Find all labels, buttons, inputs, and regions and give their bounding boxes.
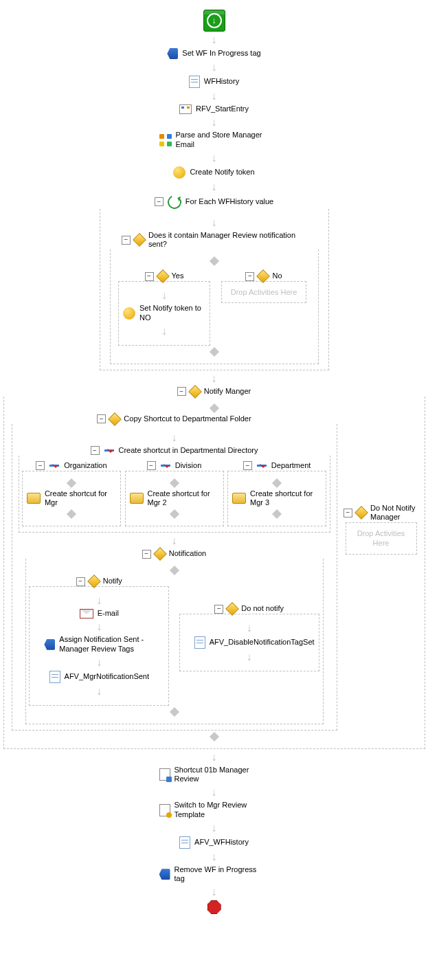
branch-label: Yes bbox=[172, 271, 184, 281]
split-icon bbox=[209, 403, 218, 412]
activity-create-shortcut-mgr[interactable]: Create shortcut for Mgr bbox=[27, 489, 116, 509]
branch-do-not-notify-manager-header[interactable]: − Do Not Notify Manager bbox=[343, 504, 418, 523]
condition-header[interactable]: − Does it contain Manager Review notific… bbox=[122, 231, 306, 250]
collapse-toggle[interactable]: − bbox=[97, 414, 106, 423]
activity-label: Create Notify token bbox=[190, 168, 254, 177]
create-shortcut-dir-header[interactable]: − Create shortcut in Departmental Direct… bbox=[91, 446, 258, 456]
notify-manager-header[interactable]: − Notify Manger bbox=[177, 387, 251, 397]
branch-division-header[interactable]: − Division bbox=[147, 461, 202, 471]
connector-arrow: ↓ bbox=[212, 91, 217, 102]
branch-do-not-notify-header[interactable]: − Do not notify bbox=[214, 604, 284, 614]
branch-yes-header[interactable]: − Yes bbox=[145, 271, 184, 281]
route-icon bbox=[160, 461, 171, 471]
collapse-toggle[interactable]: − bbox=[142, 550, 151, 559]
merge-icon bbox=[169, 706, 179, 716]
branch-no-body: Drop Activities Here bbox=[221, 281, 306, 303]
route-icon bbox=[104, 446, 115, 456]
branch-no-header[interactable]: − No bbox=[245, 271, 282, 281]
activity-set-wf-in-progress[interactable]: Set WF In Progress tag bbox=[167, 48, 260, 59]
document-icon bbox=[189, 76, 200, 88]
connector-arrow: ↓ bbox=[212, 181, 217, 192]
activity-label: AFV_MgrNotificationSent bbox=[65, 672, 150, 682]
branch-department-header[interactable]: − Department bbox=[243, 461, 311, 471]
connector-arrow: ↓ bbox=[212, 373, 217, 384]
foreach-label: For Each WFHistory value bbox=[185, 197, 273, 207]
branch-label: Department bbox=[271, 461, 311, 471]
branch-do-not-notify-body: ↓ AFV_DisableNotificationTagSet ↓ bbox=[179, 614, 319, 671]
connector-arrow: ↓ bbox=[161, 326, 167, 337]
branch-label: No bbox=[272, 271, 282, 281]
activity-afv-disable-notification-tag-set[interactable]: AFV_DisableNotificationTagSet bbox=[194, 636, 304, 649]
collapse-toggle[interactable]: − bbox=[343, 509, 352, 517]
activity-label: AFV_WFHistory bbox=[194, 838, 249, 847]
merge-icon bbox=[209, 346, 218, 356]
shortcut-icon bbox=[159, 768, 170, 781]
activity-parse-store-email[interactable]: Parse and Store Manager Email bbox=[159, 131, 269, 150]
activity-label: Remove WF in Progress tag bbox=[174, 865, 269, 884]
collapse-toggle[interactable]: − bbox=[245, 272, 254, 281]
notification-header[interactable]: − Notification bbox=[142, 549, 206, 559]
tag-icon bbox=[44, 639, 55, 650]
connector-arrow: ↓ bbox=[212, 851, 217, 862]
decision-label: Notify Manger bbox=[204, 387, 251, 397]
collapse-toggle[interactable]: − bbox=[145, 272, 154, 281]
branch-notify-body: ↓ E-mail ↓ bbox=[29, 586, 169, 706]
connector-arrow: ↓ bbox=[212, 752, 217, 763]
activity-rfv-start-entry[interactable]: RFV_StartEntry bbox=[179, 104, 249, 114]
activity-label: Copy Shortcut to Departmental Folder bbox=[124, 414, 251, 424]
foreach-header[interactable]: − For Each WFHistory value bbox=[155, 195, 273, 209]
end-node[interactable] bbox=[207, 900, 221, 914]
collapse-toggle[interactable]: − bbox=[36, 461, 45, 470]
activity-label: Parse and Store Manager Email bbox=[176, 131, 269, 150]
connector-arrow: ↓ bbox=[212, 62, 217, 73]
connector-arrow: ↓ bbox=[96, 657, 102, 668]
activity-create-shortcut-mgr-2[interactable]: Create shortcut for Mgr 2 bbox=[130, 489, 219, 509]
activity-create-notify-token[interactable]: Create Notify token bbox=[173, 166, 254, 179]
split-icon bbox=[169, 566, 179, 575]
merge-icon bbox=[209, 731, 218, 741]
branch-organization-header[interactable]: − Organization bbox=[36, 461, 106, 471]
activity-label: Assign Notification Sent - Manager Revie… bbox=[59, 635, 154, 654]
template-icon bbox=[159, 804, 170, 816]
activity-label: RFV_StartEntry bbox=[196, 104, 249, 114]
activity-afv-wfhistory[interactable]: AFV_WFHistory bbox=[179, 836, 249, 849]
collapse-toggle[interactable]: − bbox=[147, 461, 156, 470]
collapse-toggle[interactable]: − bbox=[122, 236, 131, 245]
copy-shortcut-header[interactable]: − Copy Shortcut to Departmental Folder bbox=[97, 414, 251, 424]
activity-email[interactable]: E-mail bbox=[80, 609, 119, 619]
activity-assign-tags[interactable]: Assign Notification Sent - Manager Revie… bbox=[44, 635, 154, 654]
decision-icon bbox=[133, 233, 146, 247]
branch-yes-body: ↓ Set Notify token to NO ↓ bbox=[118, 281, 210, 346]
activity-afv-mgr-notification-sent[interactable]: AFV_MgrNotificationSent bbox=[49, 671, 150, 683]
activity-set-notify-token-no[interactable]: Set Notify token to NO bbox=[123, 304, 205, 323]
connector-arrow: ↓ bbox=[172, 432, 177, 443]
activity-create-shortcut-mgr-3[interactable]: Create shortcut for Mgr 3 bbox=[232, 489, 322, 509]
collapse-toggle[interactable]: − bbox=[177, 387, 186, 396]
tag-icon bbox=[159, 869, 170, 880]
collapse-toggle[interactable]: − bbox=[91, 446, 100, 455]
foreach-container: ↓ − Does it contain Manager Review notif… bbox=[100, 209, 329, 370]
start-node[interactable]: ↓ bbox=[203, 10, 225, 32]
connector-arrow: ↓ bbox=[161, 290, 167, 301]
drop-placeholder[interactable]: Drop Activities Here bbox=[231, 287, 297, 297]
decision-icon bbox=[354, 506, 368, 520]
branch-notify-header[interactable]: − Notify bbox=[76, 577, 122, 586]
connector-arrow: ↓ bbox=[212, 887, 217, 898]
activity-shortcut-01b[interactable]: Shortcut 01b Manager Review bbox=[159, 766, 269, 785]
branch-label: Do not notify bbox=[241, 604, 284, 614]
decision-label: Notification bbox=[169, 549, 206, 559]
activity-remove-wf-tag[interactable]: Remove WF in Progress tag bbox=[159, 865, 269, 884]
split-icon bbox=[169, 478, 179, 487]
collapse-toggle[interactable]: − bbox=[243, 461, 252, 470]
collapse-toggle[interactable]: − bbox=[76, 577, 85, 586]
collapse-toggle[interactable]: − bbox=[214, 605, 223, 614]
collapse-toggle[interactable]: − bbox=[155, 197, 164, 206]
connector-arrow: ↓ bbox=[212, 217, 217, 228]
condition-label: Does it contain Manager Review notificat… bbox=[148, 231, 306, 250]
connector-arrow: ↓ bbox=[212, 153, 217, 164]
activity-wfhistory[interactable]: WFHistory bbox=[189, 76, 239, 88]
activity-switch-template[interactable]: Switch to Mgr Review Template bbox=[159, 801, 269, 820]
activity-label: WFHistory bbox=[204, 77, 239, 87]
drop-placeholder[interactable]: Drop Activities Here bbox=[350, 528, 412, 548]
route-icon bbox=[256, 461, 267, 471]
